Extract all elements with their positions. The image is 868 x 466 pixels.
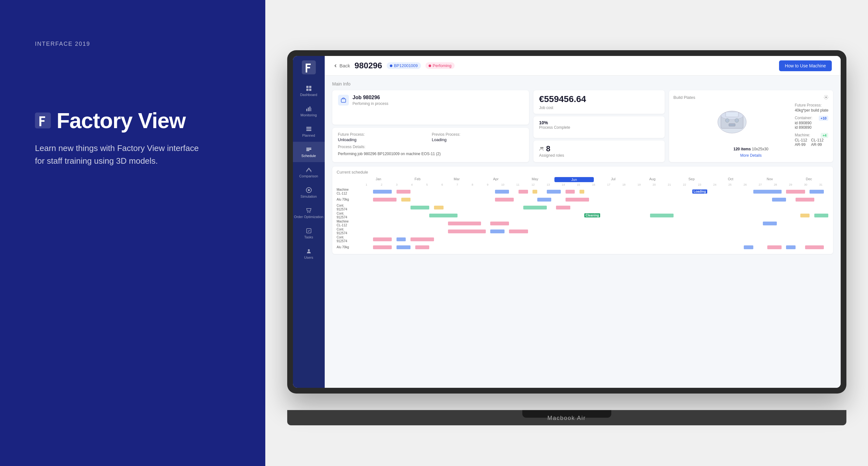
- sidebar-item-dashboard[interactable]: Dashboard: [293, 81, 325, 101]
- svg-rect-13: [306, 148, 311, 148]
- gantt-row-7: Cont.912574: [337, 236, 829, 243]
- gantt-bar: [373, 245, 392, 249]
- gantt-bar: [397, 237, 406, 241]
- roles-icon: [539, 146, 544, 151]
- gantt-timeline-7: [359, 237, 829, 241]
- gantt-bar: [532, 190, 537, 194]
- sidebar-item-tasks[interactable]: Tasks: [293, 223, 325, 243]
- future-process-bp: Future Process: 40kg*per build plate: [795, 103, 828, 113]
- gantt-bar: [509, 230, 528, 233]
- content-area: Main Info: [325, 76, 841, 388]
- cost-card: €559456.64 Job cost: [533, 90, 665, 114]
- gantt-row-1: MachineCL-112: [337, 188, 829, 195]
- badge-performing: Perfoming: [426, 62, 455, 69]
- top-info-layout: Job 980296 Perfoming in process: [332, 90, 833, 162]
- sidebar-item-planned[interactable]: Planned: [293, 121, 325, 142]
- month-aug: Aug: [633, 177, 672, 182]
- job-card-title: Job 980296: [353, 95, 389, 100]
- app-main: Back 980296 BP12001009 Perfoming: [325, 56, 841, 388]
- gantt-label-3: Cont.912574: [337, 204, 359, 211]
- app-sidebar: Dashboard Monitoring: [293, 56, 325, 388]
- assigned-roles-label: Assigned roles: [539, 153, 659, 158]
- svg-rect-6: [306, 109, 307, 111]
- build-plate-details: Future Process: 40kg*per build plate Con…: [795, 103, 828, 147]
- part-3d-icon: [713, 106, 751, 138]
- container-badge: +10: [819, 116, 829, 121]
- svg-rect-10: [306, 127, 311, 128]
- back-button[interactable]: Back: [334, 63, 350, 68]
- gantt-bar: [565, 198, 589, 202]
- gantt-bar: [397, 190, 410, 194]
- brand-title: Factory View: [57, 108, 186, 133]
- gantt-bar: [814, 213, 828, 217]
- job-card-subtitle: Perfoming in process: [353, 101, 389, 106]
- gantt-bar: [490, 230, 504, 233]
- month-jun: Jun: [554, 177, 593, 182]
- process-complete-card: 10% Process Complete: [533, 116, 665, 138]
- month-mar: Mar: [437, 177, 476, 182]
- gantt-timeline-8: [359, 245, 829, 250]
- gantt-bar: [767, 245, 781, 249]
- future-process-value: Unloading: [338, 137, 430, 142]
- gantt-label-5: MachineCL-112: [337, 220, 359, 227]
- gantt-bar: [786, 245, 796, 249]
- part-image: [707, 103, 757, 141]
- gantt-bar: [800, 213, 810, 217]
- gantt-timeline-1: Loading: [359, 190, 829, 194]
- svg-point-19: [309, 212, 310, 213]
- job-card-text: Job 980296 Perfoming in process: [353, 95, 389, 106]
- gantt-area: MachineCL-112: [337, 188, 829, 251]
- brand-logo-row: Factory View: [35, 108, 198, 133]
- sidebar-item-monitoring-label: Monitoring: [301, 113, 317, 117]
- sidebar-item-comparison[interactable]: Comparison: [293, 162, 325, 182]
- month-jan: Jan: [359, 177, 398, 182]
- month-nov: Nov: [750, 177, 789, 182]
- how-to-button[interactable]: How to Use Machine: [779, 60, 832, 71]
- job-card: Job 980296 Perfoming in process: [332, 90, 529, 125]
- gantt-bar: [495, 190, 509, 194]
- assigned-roles-card: 8 Assigned roles: [533, 141, 665, 162]
- gantt-bar: [565, 190, 575, 194]
- top-bar: Back 980296 BP12001009 Perfoming: [325, 56, 841, 76]
- gantt-bar: [580, 190, 584, 194]
- gantt-row-8: Alu 70kg: [337, 244, 829, 251]
- sidebar-item-users[interactable]: Users: [293, 243, 325, 264]
- svg-rect-8: [309, 107, 310, 111]
- sidebar-item-schedule[interactable]: Schedule: [293, 142, 325, 162]
- sidebar-item-order-label: Order Optimization: [294, 215, 323, 219]
- sidebar-item-order-optimization[interactable]: Order Optimization: [293, 203, 325, 223]
- gantt-row-4: Cont.912574 Cleaning: [337, 212, 829, 219]
- settings-icon: [824, 95, 829, 100]
- loading-label: Loading: [692, 190, 707, 194]
- svg-point-24: [542, 147, 543, 149]
- previous-process: Previos Process: Loading: [432, 132, 523, 142]
- laptop-screen: Dashboard Monitoring: [293, 56, 841, 388]
- gantt-label-4: Cont.912574: [337, 212, 359, 219]
- sidebar-item-dashboard-label: Dashboard: [300, 93, 317, 97]
- gantt-bar: [796, 198, 814, 202]
- svg-rect-22: [341, 99, 346, 103]
- future-process: Future Process: Unloading: [338, 132, 430, 142]
- svg-point-23: [540, 147, 542, 149]
- job-number: 980296: [354, 61, 382, 70]
- gantt-label-8: Alu 70kg: [337, 245, 359, 249]
- gantt-label-1: MachineCL-112: [337, 188, 359, 196]
- back-arrow-icon: [334, 64, 338, 68]
- laptop-container: Dashboard Monitoring: [287, 50, 846, 425]
- gantt-timeline-3: [359, 205, 829, 210]
- more-details-link[interactable]: More Details: [674, 153, 829, 158]
- gantt-row-3: Cont.912574: [337, 204, 829, 211]
- sidebar-item-simulation[interactable]: Simulation: [293, 182, 325, 203]
- machine-badge: +4: [821, 133, 829, 138]
- gantt-bar: [397, 245, 410, 249]
- future-process-label: Future Process:: [338, 132, 430, 137]
- svg-point-25: [825, 97, 827, 98]
- brand-description: Learn new things with Factory View inter…: [35, 142, 198, 168]
- svg-rect-2: [306, 86, 309, 88]
- gantt-timeline-2: [359, 197, 829, 202]
- gantt-bar: [448, 222, 481, 225]
- laptop-base: Macbook Air: [287, 410, 846, 425]
- schedule-title: Current schedule: [337, 170, 829, 175]
- sidebar-item-monitoring[interactable]: Monitoring: [293, 101, 325, 121]
- month-oct: Oct: [711, 177, 750, 182]
